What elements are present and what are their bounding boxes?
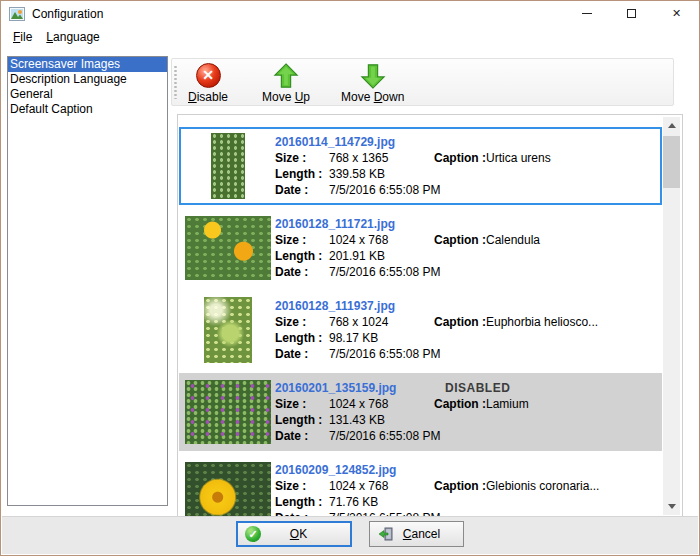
size-value: 768 x 1024 [329,314,388,330]
sidebar-item[interactable]: Default Caption [8,102,167,117]
caption-label: Caption : [434,478,486,494]
image-list-panel: 20160114_114729.jpgSize :768 x 1365Capti… [177,114,683,518]
scroll-up-icon [668,123,676,128]
date-label: Date : [275,182,308,198]
disabled-badge: DISABLED [445,380,510,396]
disable-icon: ✕ [196,63,221,88]
caption-label: Caption : [434,314,486,330]
image-filename[interactable]: 20160114_114729.jpg [275,134,395,150]
size-value: 768 x 1365 [329,150,388,166]
cancel-door-icon [378,526,394,542]
title-bar: Configuration ✕ [1,1,699,26]
size-label: Size : [275,478,306,494]
date-label: Date : [275,346,308,362]
thumbnail-image [185,462,271,518]
image-entry[interactable]: 20160114_114729.jpgSize :768 x 1365Capti… [179,127,662,205]
move-up-button[interactable]: Move Up [258,62,314,104]
close-button[interactable]: ✕ [654,1,699,26]
image-thumbnail [181,375,275,449]
size-value: 1024 x 768 [329,396,388,412]
size-label: Size : [275,314,306,330]
image-entry[interactable]: 20160209_124852.jpgSize :1024 x 768Capti… [179,455,662,518]
size-label: Size : [275,232,306,248]
toolbar-grip[interactable] [174,65,177,99]
caption-value: Calendula [486,232,540,248]
caption-value: Lamium [486,396,529,412]
thumbnail-image [204,297,252,363]
date-value: 7/5/2016 6:55:08 PM [329,264,440,280]
ok-check-icon: ✓ [245,526,261,542]
size-value: 1024 x 768 [329,478,388,494]
vertical-scrollbar[interactable] [663,117,680,515]
image-entry[interactable]: 20160201_135159.jpgDISABLEDSize :1024 x … [179,373,662,451]
image-filename[interactable]: 20160201_135159.jpg [275,380,396,396]
close-icon: ✕ [672,7,681,20]
sidebar-item[interactable]: Description Language [8,72,167,87]
minimize-button[interactable] [564,1,609,26]
image-thumbnail [181,293,275,367]
image-filename[interactable]: 20160128_111721.jpg [275,216,395,232]
thumbnail-image [185,380,271,444]
caption-value: Glebionis coronaria... [486,478,599,494]
maximize-button[interactable] [609,1,654,26]
thumbnail-image [211,133,245,199]
sidebar-item[interactable]: General [8,87,167,102]
menu-bar: File Language [2,26,698,47]
caption-label: Caption : [434,150,486,166]
window-title: Configuration [32,7,103,21]
date-label: Date : [275,264,308,280]
settings-category-list: Screensaver ImagesDescription LanguageGe… [7,56,168,506]
size-label: Size : [275,396,306,412]
length-value: 201.91 KB [329,248,385,264]
scroll-down-button[interactable] [663,498,680,515]
image-entry[interactable]: 20160128_111937.jpgSize :768 x 1024Capti… [179,291,662,369]
thumbnail-image [185,216,271,280]
minimize-icon [582,13,592,14]
arrow-up-icon [273,63,299,89]
length-value: 131.43 KB [329,412,385,428]
image-toolbar: ✕ Disable Move Up Move Down [171,58,674,106]
image-thumbnail [181,211,275,285]
menu-file[interactable]: File [6,28,39,46]
cancel-button[interactable]: Cancel [369,521,464,547]
image-filename[interactable]: 20160209_124852.jpg [275,462,396,478]
footer-bar: ✓ OK Cancel [2,516,698,554]
date-label: Date : [275,428,308,444]
date-value: 7/5/2016 6:55:08 PM [329,428,440,444]
size-label: Size : [275,150,306,166]
length-label: Length : [275,412,322,428]
disable-button[interactable]: ✕ Disable [184,62,232,104]
sidebar-item[interactable]: Screensaver Images [8,57,167,72]
caption-label: Caption : [434,232,486,248]
length-label: Length : [275,166,322,182]
arrow-down-icon [360,63,386,89]
caption-label: Caption : [434,396,486,412]
length-label: Length : [275,248,322,264]
app-picture-icon [9,6,25,22]
size-value: 1024 x 768 [329,232,388,248]
length-value: 71.76 KB [329,494,378,510]
scroll-down-icon [668,504,676,509]
date-value: 7/5/2016 6:55:08 PM [329,182,440,198]
image-thumbnail [181,457,275,518]
scroll-up-button[interactable] [663,117,680,134]
image-entry[interactable]: 20160128_111721.jpgSize :1024 x 768Capti… [179,209,662,287]
date-value: 7/5/2016 6:55:08 PM [329,346,440,362]
menu-language[interactable]: Language [39,28,106,46]
length-value: 98.17 KB [329,330,378,346]
image-thumbnail [181,129,275,203]
length-value: 339.58 KB [329,166,385,182]
length-label: Length : [275,330,322,346]
scrollbar-thumb[interactable] [663,136,680,188]
move-down-button[interactable]: Move Down [337,62,408,104]
configuration-window: Configuration ✕ File Language Screensave… [0,0,700,556]
image-filename[interactable]: 20160128_111937.jpg [275,298,395,314]
image-list: 20160114_114729.jpgSize :768 x 1365Capti… [179,127,663,518]
ok-button[interactable]: ✓ OK [236,521,352,547]
length-label: Length : [275,494,322,510]
maximize-icon [627,9,636,18]
caption-value: Urtica urens [486,150,551,166]
caption-value: Euphorbia heliosco... [486,314,598,330]
